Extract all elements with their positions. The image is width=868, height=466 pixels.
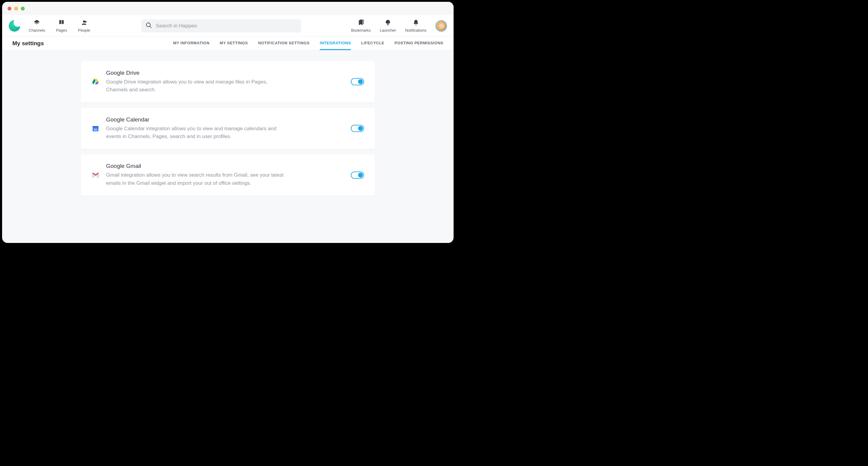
nav-pages-label: Pages: [56, 28, 67, 33]
integration-desc: Google Calendar integration allows you t…: [106, 125, 284, 141]
nav-channels-label: Channels: [29, 28, 45, 33]
integration-card-google-drive: Google Drive Google Drive integration al…: [81, 61, 375, 102]
tabs: MY INFORMATION MY SETTINGS NOTIFICATION …: [173, 37, 443, 50]
top-nav: Channels Pages People: [2, 15, 454, 37]
gmail-icon: [92, 171, 99, 179]
google-drive-icon: [92, 78, 99, 86]
window-close-button[interactable]: [7, 7, 11, 10]
search-input[interactable]: [156, 23, 297, 29]
nav-pages[interactable]: Pages: [56, 19, 67, 33]
nav-channels[interactable]: Channels: [29, 19, 45, 33]
svg-text:31: 31: [94, 128, 97, 131]
nav-launcher-label: Launcher: [380, 28, 396, 33]
window-titlebar: [2, 2, 454, 15]
integration-title: Google Calendar: [106, 116, 344, 123]
integration-toggle-google-gmail[interactable]: [351, 172, 364, 179]
integration-toggle-google-drive[interactable]: [351, 78, 364, 85]
bell-icon: [412, 19, 419, 27]
nav-right-group: Bookmarks Launcher Notifications: [351, 19, 447, 33]
integration-body: Google Calendar Google Calendar integrat…: [106, 116, 344, 141]
nav-left-group: Channels Pages People: [29, 19, 90, 33]
search-icon: [146, 22, 152, 30]
nav-people[interactable]: People: [78, 19, 90, 33]
tab-posting-permissions[interactable]: POSTING PERMISSIONS: [395, 37, 443, 50]
integration-toggle-google-calendar[interactable]: [351, 125, 364, 132]
tab-integrations[interactable]: INTEGRATIONS: [320, 37, 351, 50]
search-bar[interactable]: [141, 19, 301, 33]
tab-my-information[interactable]: MY INFORMATION: [173, 37, 210, 50]
google-calendar-icon: 31: [92, 124, 99, 132]
app-window: Channels Pages People: [2, 2, 454, 243]
content-area: Google Drive Google Drive integration al…: [2, 50, 454, 207]
people-icon: [81, 19, 87, 27]
tab-notification-settings[interactable]: NOTIFICATION SETTINGS: [258, 37, 310, 50]
integration-title: Google Gmail: [106, 163, 344, 169]
integration-desc: Gmail integration allows you to view sea…: [106, 171, 284, 187]
tab-my-settings[interactable]: MY SETTINGS: [220, 37, 248, 50]
nav-launcher[interactable]: Launcher: [380, 19, 396, 33]
user-avatar[interactable]: [435, 20, 447, 32]
nav-bookmarks-label: Bookmarks: [351, 28, 371, 33]
book-icon: [58, 19, 65, 27]
bookmarks-icon: [358, 19, 364, 27]
tab-lifecycle[interactable]: LIFECYCLE: [361, 37, 384, 50]
nav-people-label: People: [78, 28, 90, 33]
rocket-icon: [384, 19, 391, 27]
layers-icon: [33, 19, 40, 27]
nav-notifications-label: Notifications: [405, 28, 427, 33]
integration-body: Google Drive Google Drive integration al…: [106, 70, 344, 94]
integration-card-google-calendar: 31 Google Calendar Google Calendar integ…: [81, 108, 375, 149]
svg-rect-1: [93, 126, 98, 127]
integration-title: Google Drive: [106, 70, 344, 76]
integration-body: Google Gmail Gmail integration allows yo…: [106, 163, 344, 187]
integration-desc: Google Drive integration allows you to v…: [106, 78, 284, 94]
window-minimize-button[interactable]: [14, 7, 18, 10]
nav-bookmarks[interactable]: Bookmarks: [351, 19, 371, 33]
integration-card-google-gmail: Google Gmail Gmail integration allows yo…: [81, 154, 375, 196]
sub-nav: My settings MY INFORMATION MY SETTINGS N…: [2, 37, 454, 50]
page-title: My settings: [12, 37, 44, 50]
window-zoom-button[interactable]: [21, 7, 25, 10]
nav-notifications[interactable]: Notifications: [405, 19, 427, 33]
app-logo[interactable]: [9, 20, 20, 32]
